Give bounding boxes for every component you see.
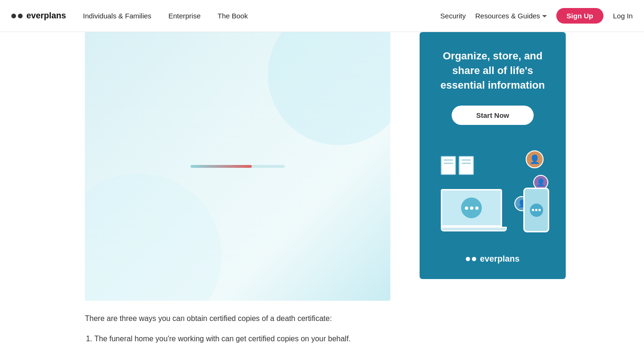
chat-dot-3 (475, 206, 479, 210)
laptop-illustration (441, 189, 507, 236)
logo-text: everplans (26, 11, 66, 21)
laptop-screen-inner (442, 190, 501, 225)
navbar-right: Security Resources & Guides Sign Up Log … (440, 8, 633, 24)
sidebar-logo: everplans (434, 254, 552, 264)
nav-enterprise[interactable]: Enterprise (168, 12, 200, 20)
article-intro-text: There are three ways you can obtain cert… (85, 312, 396, 325)
avatar-face-1: 👤 (529, 154, 540, 165)
sidebar: Organize, store, and share all of life's… (415, 32, 566, 362)
article-list: The funeral home you're working with can… (94, 332, 396, 345)
navbar-left: everplans Individuals & Families Enterpr… (11, 11, 248, 21)
sidebar-logo-dots-icon (466, 257, 476, 261)
phone-chat-dots-icon (530, 204, 543, 217)
doc-icon-1 (441, 156, 456, 175)
logo-dot-2 (18, 14, 23, 18)
logo[interactable]: everplans (11, 11, 66, 21)
nav-security[interactable]: Security (440, 12, 466, 20)
nav-the-book[interactable]: The Book (218, 12, 248, 20)
page-content: There are three ways you can obtain cert… (0, 32, 644, 362)
chevron-down-icon (542, 15, 547, 17)
list-item: The funeral home you're working with can… (94, 332, 396, 345)
signup-button[interactable]: Sign Up (556, 8, 604, 24)
nav-individuals-families[interactable]: Individuals & Families (83, 12, 151, 20)
sidebar-logo-dot-1 (466, 257, 470, 261)
laptop-base (441, 227, 507, 231)
start-now-button[interactable]: Start Now (452, 106, 534, 125)
phone-illustration (523, 188, 549, 232)
navbar: everplans Individuals & Families Enterpr… (0, 0, 644, 32)
article-main-image (85, 32, 390, 301)
illustration-area: 👤 👤 👤 (436, 147, 549, 241)
doc-stack (441, 156, 474, 175)
sidebar-logo-text: everplans (480, 254, 520, 264)
doc-icon-2 (459, 156, 474, 175)
chat-dots-icon (461, 197, 482, 218)
loading-bar-track (190, 165, 285, 168)
sidebar-logo-dot-2 (472, 257, 476, 261)
login-link[interactable]: Log In (613, 12, 633, 20)
nav-resources-guides[interactable]: Resources & Guides (475, 12, 547, 20)
chat-dot-2 (470, 206, 473, 210)
resources-label: Resources & Guides (475, 12, 540, 20)
avatar-top-right: 👤 (526, 150, 544, 168)
phone-dot-3 (538, 209, 541, 211)
chat-dot-1 (465, 206, 468, 210)
laptop-screen (441, 189, 502, 227)
loading-bar-area (190, 165, 285, 168)
sidebar-ad: Organize, store, and share all of life's… (420, 32, 566, 279)
avatar-face-2: 👤 (537, 178, 545, 187)
phone-dot-2 (535, 209, 537, 211)
phone-dot-1 (532, 209, 534, 211)
sidebar-ad-title: Organize, store, and share all of life's… (434, 49, 552, 92)
article-area: There are three ways you can obtain cert… (0, 32, 415, 362)
logo-dots-icon (11, 14, 23, 18)
loading-bar-fill (190, 165, 252, 168)
logo-dot-1 (11, 14, 16, 18)
